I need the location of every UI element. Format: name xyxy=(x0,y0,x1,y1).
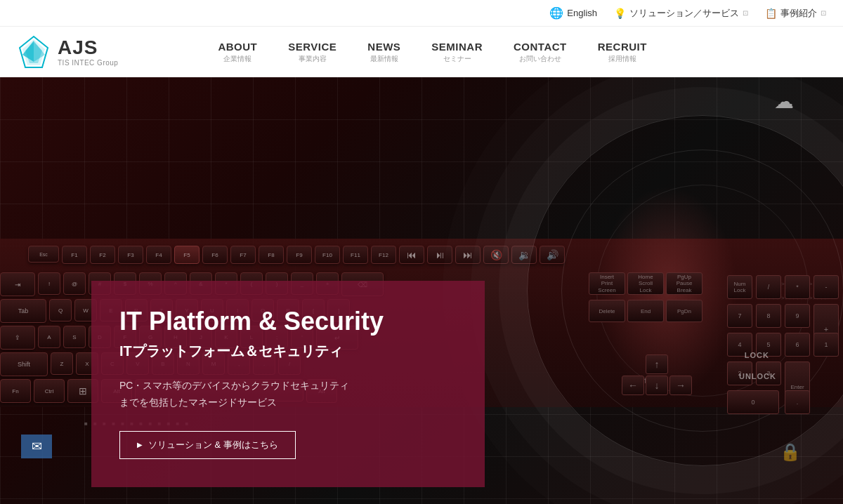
nav-recruit[interactable]: RECRUIT 採用情報 xyxy=(582,35,662,69)
hero-title: IT Platform & Security xyxy=(119,306,457,336)
hero-subtitle: ITプラットフォーム＆セキュリティ xyxy=(119,342,457,361)
logo-diamond-icon xyxy=(17,35,51,69)
nav-service[interactable]: SERVICE 事業内容 xyxy=(273,35,352,69)
lightbulb-icon: 💡 xyxy=(614,8,626,19)
nav-news[interactable]: NEWS 最新情報 xyxy=(352,35,416,69)
lock-icon: 🔒 xyxy=(780,442,801,462)
solutions-label: ソリューション／サービス xyxy=(629,7,739,20)
unlock-label: UNLOCK xyxy=(739,372,776,380)
external-icon: ⊡ xyxy=(743,9,748,17)
arrow-keys: ↑ ← ↓ → xyxy=(622,354,692,395)
hero-description: PC・スマホ等のデバイスからクラウドセキュリティ までを包括したマネージドサービ… xyxy=(119,378,457,411)
email-icon: ✉ xyxy=(21,435,52,458)
logo-text: AJS TIS INTEC Group xyxy=(58,37,118,67)
logo-name: AJS xyxy=(58,37,118,59)
hero-section: Esc F1 F2 F3 F4 F5 F6 F7 F8 F9 F10 F11 F… xyxy=(0,77,843,504)
cta-button[interactable]: ▶ ソリューション & 事例はこちら xyxy=(119,431,296,459)
nav-keys: InsertPrintScreen HomeScrollLock PgUpPau… xyxy=(589,272,702,322)
external-icon2: ⊡ xyxy=(821,9,826,17)
numpad: NumLock / * - 7 8 9 + 4 5 6 1 2 3 Enter … xyxy=(724,272,843,420)
cases-link[interactable]: 📋 事例紹介 ⊡ xyxy=(765,7,826,20)
logo-subtext: TIS INTEC Group xyxy=(58,59,118,67)
nav-about[interactable]: ABOUT 企業情報 xyxy=(202,35,273,69)
nav-bar: AJS TIS INTEC Group ABOUT 企業情報 SERVICE 事… xyxy=(0,27,843,77)
document-icon: 📋 xyxy=(765,8,777,19)
header: 🌐 English 💡 ソリューション／サービス ⊡ 📋 事例紹介 ⊡ xyxy=(0,0,843,77)
top-bar: 🌐 English 💡 ソリューション／サービス ⊡ 📋 事例紹介 ⊡ xyxy=(0,0,843,27)
main-nav: ABOUT 企業情報 SERVICE 事業内容 NEWS 最新情報 SEMINA… xyxy=(202,35,662,69)
hero-desc-line2: までを包括したマネージドサービス xyxy=(119,397,277,408)
hero-desc-line1: PC・スマホ等のデバイスからクラウドセキュリティ xyxy=(119,380,349,391)
cloud-icon: ☁ xyxy=(774,90,794,113)
hero-content-panel: IT Platform & Security ITプラットフォーム＆セキュリティ… xyxy=(91,281,485,487)
play-icon: ▶ xyxy=(137,441,143,449)
cases-label: 事例紹介 xyxy=(780,7,817,20)
solutions-link[interactable]: 💡 ソリューション／サービス ⊡ xyxy=(614,7,748,20)
keyboard-fn-row: Esc F1 F2 F3 F4 F5 F6 F7 F8 F9 F10 F11 F… xyxy=(28,246,565,264)
globe-icon: 🌐 xyxy=(549,6,563,20)
nav-seminar[interactable]: SEMINAR セミナー xyxy=(416,35,498,69)
english-label: English xyxy=(567,8,597,18)
english-link[interactable]: 🌐 English xyxy=(549,6,597,20)
lock-label: LOCK xyxy=(745,351,769,359)
nav-contact[interactable]: CONTACT お問い合わせ xyxy=(498,35,582,69)
logo[interactable]: AJS TIS INTEC Group xyxy=(17,35,118,69)
cta-label: ソリューション & 事例はこちら xyxy=(148,439,278,451)
